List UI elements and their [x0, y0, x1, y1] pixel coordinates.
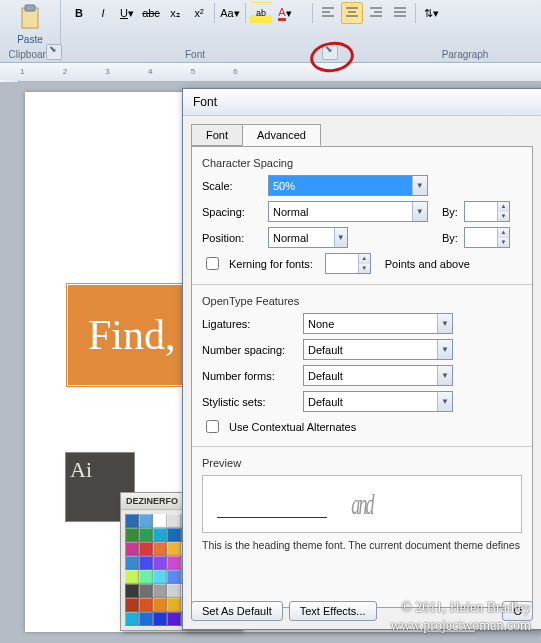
- number-spacing-input[interactable]: [304, 340, 437, 359]
- color-swatch[interactable]: [167, 542, 181, 556]
- ligatures-label: Ligatures:: [202, 318, 297, 330]
- color-swatch[interactable]: [139, 598, 153, 612]
- spacing-select[interactable]: ▼: [268, 201, 428, 222]
- tab-body: Character Spacing Scale: ▼ Spacing: ▼ By…: [191, 146, 533, 608]
- color-swatch[interactable]: [153, 584, 167, 598]
- paste-button[interactable]: [0, 4, 60, 34]
- color-swatch[interactable]: [125, 570, 139, 584]
- color-swatch[interactable]: [139, 528, 153, 542]
- spacing-input[interactable]: [269, 202, 412, 221]
- watermark-line2: www.projectwoman.com: [390, 617, 531, 635]
- color-swatch[interactable]: [139, 542, 153, 556]
- dialog-title: Font: [183, 89, 541, 116]
- color-swatch[interactable]: [153, 556, 167, 570]
- stylistic-input[interactable]: [304, 392, 437, 411]
- kerning-input[interactable]: [326, 254, 358, 273]
- spacing-by-spinner[interactable]: ▲▼: [464, 201, 510, 222]
- set-default-button[interactable]: Set As Default: [191, 601, 283, 621]
- superscript-button[interactable]: x²: [188, 2, 210, 24]
- color-swatch[interactable]: [167, 598, 181, 612]
- color-swatch[interactable]: [139, 612, 153, 626]
- preview-box: and: [202, 475, 522, 533]
- number-forms-input[interactable]: [304, 366, 437, 385]
- kerning-checkbox[interactable]: [206, 257, 219, 270]
- ligatures-select[interactable]: ▼: [303, 313, 453, 334]
- contextual-checkbox[interactable]: [206, 420, 219, 433]
- position-by-input[interactable]: [465, 228, 497, 247]
- align-left-button[interactable]: [317, 2, 339, 24]
- tab-advanced[interactable]: Advanced: [242, 124, 321, 146]
- color-swatch[interactable]: [125, 612, 139, 626]
- color-swatch[interactable]: [139, 584, 153, 598]
- color-swatch[interactable]: [125, 556, 139, 570]
- spin-down-icon[interactable]: ▼: [498, 212, 509, 222]
- color-swatch[interactable]: [153, 570, 167, 584]
- color-swatch[interactable]: [139, 556, 153, 570]
- char-spacing-label: Character Spacing: [202, 157, 522, 169]
- tab-font[interactable]: Font: [191, 124, 243, 146]
- color-swatch[interactable]: [167, 528, 181, 542]
- italic-button[interactable]: I: [92, 2, 114, 24]
- spin-down-icon[interactable]: ▼: [498, 238, 509, 248]
- font-dialog: Font Font Advanced Character Spacing Sca…: [182, 88, 541, 630]
- color-swatch[interactable]: [125, 528, 139, 542]
- chevron-down-icon[interactable]: ▼: [437, 392, 452, 411]
- color-swatch[interactable]: [125, 584, 139, 598]
- spin-up-icon[interactable]: ▲: [498, 202, 509, 212]
- color-swatch[interactable]: [153, 598, 167, 612]
- color-swatch[interactable]: [153, 612, 167, 626]
- scale-select[interactable]: ▼: [268, 175, 428, 196]
- spin-up-icon[interactable]: ▲: [359, 254, 370, 264]
- color-swatch[interactable]: [153, 514, 167, 528]
- color-swatch[interactable]: [167, 570, 181, 584]
- color-swatch[interactable]: [167, 514, 181, 528]
- color-swatch[interactable]: [125, 598, 139, 612]
- color-swatch[interactable]: [167, 584, 181, 598]
- color-swatch[interactable]: [167, 556, 181, 570]
- chevron-down-icon[interactable]: ▼: [412, 176, 427, 195]
- strike-button[interactable]: abc: [140, 2, 162, 24]
- chevron-down-icon[interactable]: ▼: [437, 314, 452, 333]
- color-swatch[interactable]: [139, 570, 153, 584]
- color-swatch[interactable]: [139, 514, 153, 528]
- bold-button[interactable]: B: [68, 2, 90, 24]
- font-dialog-launcher[interactable]: [322, 44, 338, 60]
- position-input[interactable]: [269, 228, 334, 247]
- color-swatch[interactable]: [125, 542, 139, 556]
- preview-label: Preview: [202, 457, 522, 469]
- color-swatch[interactable]: [153, 542, 167, 556]
- horizontal-ruler[interactable]: 1 2 3 4 5 6: [0, 63, 541, 82]
- justify-button[interactable]: [389, 2, 411, 24]
- scale-input[interactable]: [269, 176, 412, 195]
- chevron-down-icon[interactable]: ▼: [334, 228, 347, 247]
- align-center-button[interactable]: [341, 2, 363, 24]
- spin-down-icon[interactable]: ▼: [359, 264, 370, 274]
- font-color-button[interactable]: A▾: [274, 2, 296, 24]
- underline-button[interactable]: U▾: [116, 2, 138, 24]
- number-spacing-select[interactable]: ▼: [303, 339, 453, 360]
- kerning-label: Kerning for fonts:: [229, 258, 313, 270]
- line-spacing-button[interactable]: ⇅▾: [420, 2, 442, 24]
- position-by-spinner[interactable]: ▲▼: [464, 227, 510, 248]
- number-forms-select[interactable]: ▼: [303, 365, 453, 386]
- highlight-button[interactable]: ab: [250, 2, 272, 24]
- color-swatch[interactable]: [167, 612, 181, 626]
- chevron-down-icon[interactable]: ▼: [437, 366, 452, 385]
- spacing-by-input[interactable]: [465, 202, 497, 221]
- position-label: Position:: [202, 232, 262, 244]
- color-swatch[interactable]: [153, 528, 167, 542]
- color-swatch[interactable]: [125, 514, 139, 528]
- position-select[interactable]: ▼: [268, 227, 348, 248]
- subscript-button[interactable]: x₂: [164, 2, 186, 24]
- align-right-button[interactable]: [365, 2, 387, 24]
- spin-up-icon[interactable]: ▲: [498, 228, 509, 238]
- svg-rect-1: [25, 5, 35, 11]
- stylistic-select[interactable]: ▼: [303, 391, 453, 412]
- text-effects-button[interactable]: Text Effects...: [289, 601, 377, 621]
- chevron-down-icon[interactable]: ▼: [437, 340, 452, 359]
- ligatures-input[interactable]: [304, 314, 437, 333]
- chevron-down-icon[interactable]: ▼: [412, 202, 427, 221]
- kerning-spinner[interactable]: ▲▼: [325, 253, 371, 274]
- clipboard-dialog-launcher[interactable]: [46, 44, 62, 60]
- case-button[interactable]: Aa▾: [219, 2, 241, 24]
